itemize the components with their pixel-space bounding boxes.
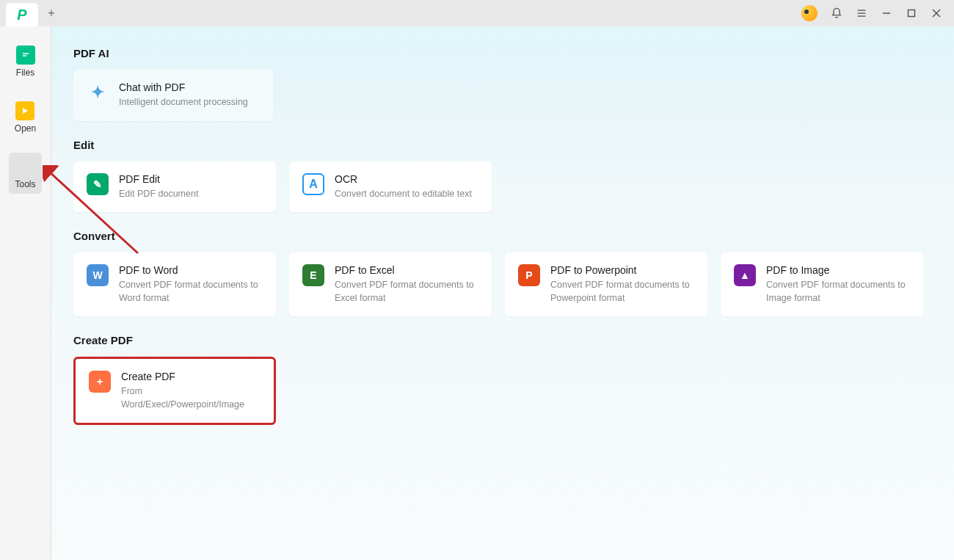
svg-rect-4 (909, 10, 915, 17)
card-title: Create PDF (121, 371, 261, 382)
card-desc: Intelligent document processing (119, 96, 248, 109)
image-icon: ▲ (734, 264, 756, 286)
sidebar-item-open[interactable]: Open (9, 97, 42, 138)
svg-rect-7 (21, 51, 31, 59)
section-heading-convert: Convert (73, 230, 932, 242)
sidebar-item-label: Files (16, 68, 34, 78)
card-desc: Convert document to editable text (335, 188, 472, 201)
card-desc: Edit PDF document (119, 188, 198, 201)
section-heading-create: Create PDF (73, 334, 932, 346)
card-desc: From Word/Execl/Powerpoint/Image (121, 385, 261, 411)
titlebar-controls (801, 5, 948, 21)
minimize-button[interactable] (881, 7, 892, 19)
app-tab[interactable]: P (6, 3, 38, 26)
card-title: Chat with PDF (119, 81, 248, 93)
sparkle-icon: ✦ (87, 81, 109, 103)
edit-icon: ✎ (87, 173, 109, 195)
card-title: OCR (335, 173, 472, 185)
section-heading-pdf-ai: PDF AI (73, 47, 932, 59)
word-icon: W (87, 264, 109, 286)
card-pdf-to-image[interactable]: ▲ PDF to Image Convert PDF format docume… (721, 252, 923, 316)
ocr-icon: A (302, 173, 324, 195)
card-desc: Convert PDF format documents to Image fo… (766, 279, 910, 305)
card-ocr[interactable]: A OCR Convert document to editable text (289, 161, 492, 213)
card-pdf-to-powerpoint[interactable]: P PDF to Powerpoint Convert PDF format d… (505, 252, 707, 316)
card-create-pdf[interactable]: + Create PDF From Word/Execl/Powerpoint/… (73, 357, 276, 425)
sidebar-item-files[interactable]: Files (10, 41, 41, 82)
open-icon (15, 101, 34, 120)
menu-icon[interactable] (856, 7, 867, 19)
notifications-icon[interactable] (831, 7, 842, 19)
create-icon: + (89, 371, 111, 393)
tools-icon (15, 157, 34, 176)
files-icon (16, 46, 35, 65)
card-title: PDF to Excel (335, 264, 478, 276)
card-desc: Convert PDF format documents to Word for… (119, 279, 263, 305)
card-desc: Convert PDF format documents to Powerpoi… (550, 279, 694, 305)
card-title: PDF Edit (119, 173, 198, 185)
sidebar: Files Open Tools (0, 26, 51, 560)
card-title: PDF to Word (119, 264, 263, 276)
sidebar-item-label: Tools (15, 179, 35, 189)
card-title: PDF to Image (766, 264, 910, 276)
card-pdf-to-word[interactable]: W PDF to Word Convert PDF format documen… (73, 252, 276, 316)
close-button[interactable] (931, 7, 942, 19)
avatar[interactable] (801, 5, 818, 21)
app-logo-icon: P (17, 7, 26, 23)
section-heading-edit: Edit (73, 139, 932, 151)
card-pdf-to-excel[interactable]: E PDF to Excel Convert PDF format docume… (289, 252, 492, 316)
maximize-button[interactable] (906, 7, 917, 19)
new-tab-button[interactable]: + (38, 1, 65, 25)
sidebar-item-tools[interactable]: Tools (9, 153, 41, 194)
titlebar: P + (0, 0, 954, 26)
card-desc: Convert PDF format documents to Excel fo… (335, 279, 478, 305)
powerpoint-icon: P (518, 264, 540, 286)
sidebar-item-label: Open (15, 123, 36, 134)
excel-icon: E (302, 264, 324, 286)
card-title: PDF to Powerpoint (550, 264, 694, 276)
svg-marker-10 (23, 108, 28, 114)
card-chat-with-pdf[interactable]: ✦ Chat with PDF Intelligent document pro… (73, 70, 273, 121)
card-pdf-edit[interactable]: ✎ PDF Edit Edit PDF document (73, 161, 276, 213)
main-content: PDF AI ✦ Chat with PDF Intelligent docum… (51, 26, 954, 560)
